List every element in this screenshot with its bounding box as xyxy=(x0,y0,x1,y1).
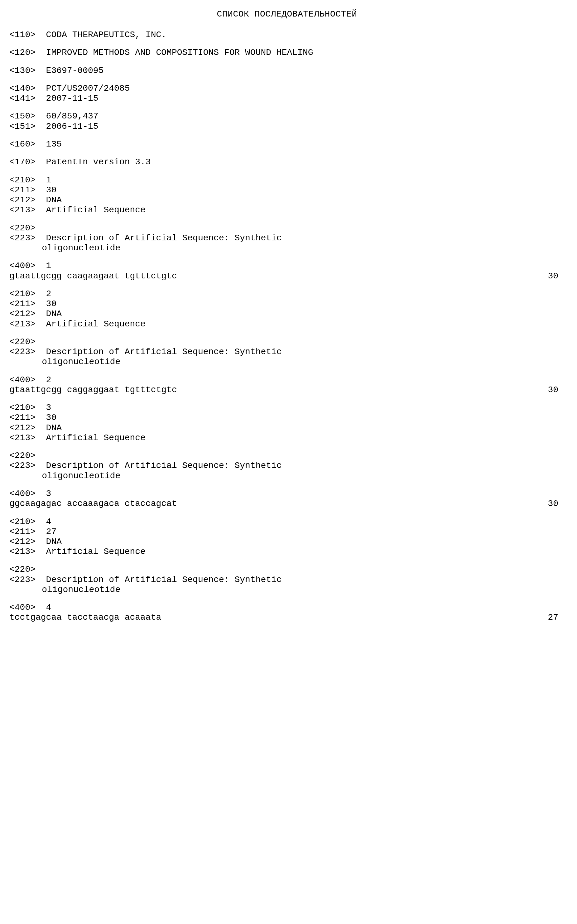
sequence-row: gtaattgcgg caggaggaat tgtttctgtc 30 xyxy=(10,385,564,395)
seq-field-400: <400> 2 xyxy=(10,375,564,385)
seq-field-211: <211> 30 xyxy=(10,413,564,423)
seq-field-223-cont: oligonucleotide xyxy=(10,471,564,481)
seq-field-213: <213> Artificial Sequence xyxy=(10,547,564,557)
sequence-row: gtaattgcgg caagaagaat tgtttctgtc 30 xyxy=(10,271,564,281)
seq-field-220: <220> xyxy=(10,564,564,574)
seq-field-210: <210> 2 xyxy=(10,289,564,299)
seq-field-223-cont: oligonucleotide xyxy=(10,243,564,253)
seq-field-212: <212> DNA xyxy=(10,423,564,433)
sequence-text: gtaattgcgg caggaggaat tgtttctgtc xyxy=(10,385,177,395)
seq-field-220: <220> xyxy=(10,451,564,461)
sequence-length: 30 xyxy=(548,499,564,509)
seq-field-210: <210> 4 xyxy=(10,517,564,527)
seq-field-220: <220> xyxy=(10,337,564,347)
field-110: <110> CODA THERAPEUTICS, INC. xyxy=(10,30,564,40)
field-170: <170> PatentIn version 3.3 xyxy=(10,157,564,167)
seq-field-210: <210> 1 xyxy=(10,175,564,185)
sequence-length: 30 xyxy=(548,385,564,395)
seq-field-400: <400> 1 xyxy=(10,261,564,271)
seq-field-212: <212> DNA xyxy=(10,537,564,547)
seq-field-212: <212> DNA xyxy=(10,195,564,205)
sequence-text: ggcaagagac accaaagaca ctaccagcat xyxy=(10,499,177,509)
field-150: <150> 60/859,437 xyxy=(10,111,564,121)
seq-field-211: <211> 30 xyxy=(10,299,564,309)
page-title: СПИСОК ПОСЛЕДОВАТЕЛЬНОСТЕЙ xyxy=(10,10,564,19)
seq-field-213: <213> Artificial Sequence xyxy=(10,319,564,329)
seq-field-223: <223> Description of Artificial Sequence… xyxy=(10,461,564,471)
field-120: <120> IMPROVED METHODS AND COMPOSITIONS … xyxy=(10,48,564,58)
seq-field-211: <211> 27 xyxy=(10,527,564,537)
seq-field-223-cont: oligonucleotide xyxy=(10,357,564,367)
seq-field-400: <400> 3 xyxy=(10,489,564,499)
seq-field-223: <223> Description of Artificial Sequence… xyxy=(10,347,564,357)
sequence-length: 27 xyxy=(548,613,564,622)
sequence-text: gtaattgcgg caagaagaat tgtttctgtc xyxy=(10,271,177,281)
sequence-row: ggcaagagac accaaagaca ctaccagcat 30 xyxy=(10,499,564,509)
seq-field-213: <213> Artificial Sequence xyxy=(10,205,564,215)
seq-field-223: <223> Description of Artificial Sequence… xyxy=(10,575,564,585)
seq-field-212: <212> DNA xyxy=(10,309,564,319)
seq-field-213: <213> Artificial Sequence xyxy=(10,433,564,443)
field-151: <151> 2006-11-15 xyxy=(10,122,564,132)
field-140: <140> PCT/US2007/24085 xyxy=(10,84,564,94)
field-141: <141> 2007-11-15 xyxy=(10,94,564,103)
seq-field-223-cont: oligonucleotide xyxy=(10,585,564,595)
seq-field-211: <211> 30 xyxy=(10,185,564,195)
field-160: <160> 135 xyxy=(10,139,564,149)
seq-field-220: <220> xyxy=(10,223,564,233)
seq-field-400: <400> 4 xyxy=(10,603,564,613)
field-130: <130> E3697-00095 xyxy=(10,66,564,76)
seq-field-223: <223> Description of Artificial Sequence… xyxy=(10,233,564,243)
sequence-length: 30 xyxy=(548,271,564,281)
sequence-row: tcctgagcaa tacctaacga acaaata 27 xyxy=(10,613,564,622)
seq-field-210: <210> 3 xyxy=(10,403,564,413)
sequence-text: tcctgagcaa tacctaacga acaaata xyxy=(10,613,161,622)
